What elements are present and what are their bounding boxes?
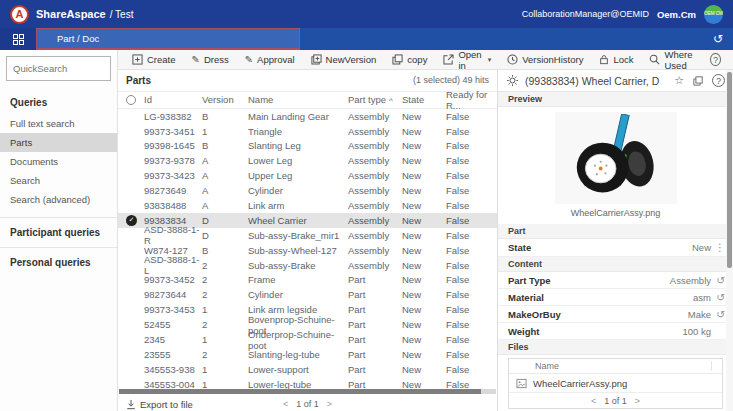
nav-bar: Part / Doc ↺: [0, 28, 733, 50]
help-circle-icon[interactable]: ?: [712, 74, 725, 87]
previous-page-icon[interactable]: <: [283, 399, 288, 409]
column-header-ready[interactable]: Ready for R...: [446, 89, 497, 111]
table-row[interactable]: ✓ 99373-9378 A Lower Leg Assembly New Fa…: [118, 153, 497, 168]
query-item-label: Full text search: [10, 118, 74, 129]
open-in-button[interactable]: Open in ▾: [435, 50, 499, 69]
avatar[interactable]: OEM CM: [704, 5, 723, 24]
copy-button[interactable]: copy: [384, 50, 435, 69]
table-row[interactable]: ✓ 98273649 A Cylinder Assembly New False: [118, 183, 497, 198]
history-icon[interactable]: ↺: [711, 274, 725, 286]
results-title: Parts: [126, 75, 151, 86]
files-pagination: <1 of 1>: [509, 392, 722, 408]
column-header-state[interactable]: State: [402, 94, 446, 105]
sidebar-query-item[interactable]: Documents: [0, 152, 117, 171]
help-icon[interactable]: ?: [710, 53, 721, 66]
tab-part-doc[interactable]: Part / Doc: [36, 28, 300, 50]
restore-history-button[interactable]: ↺: [703, 28, 733, 50]
version-history-button[interactable]: VersionHistory: [499, 50, 591, 69]
pencil-icon: ✎: [245, 54, 253, 65]
column-header-version[interactable]: Version: [202, 94, 248, 105]
favorite-star-icon[interactable]: ☆: [674, 74, 684, 87]
table-row[interactable]: ✓ 2345 1 Onderprop-Schuine-poot Part New…: [118, 332, 497, 347]
table-row[interactable]: ✓ LG-938382 B Main Landing Gear Assembly…: [118, 109, 497, 124]
files-name-header: Name: [509, 361, 559, 371]
attribute-label: Weight: [508, 326, 682, 337]
pencil-icon: ✎: [192, 54, 200, 65]
next-page-icon[interactable]: >: [635, 396, 640, 406]
sidebar: Queries Full text search Parts Documents…: [0, 50, 118, 411]
table-body: ✓ LG-938382 B Main Landing Gear Assembly…: [118, 109, 497, 390]
vertical-scrollbar[interactable]: [726, 70, 733, 411]
table-row[interactable]: ✓ 345553-004 1 Lower-leg-tube Part New F…: [118, 377, 497, 389]
table-row[interactable]: ✓ 99373-3452 2 Frame Part New False: [118, 273, 497, 288]
cell-id: 99373-3451: [144, 126, 202, 137]
file-row[interactable]: WheelCarrierAssy.png: [509, 374, 722, 392]
file-name: WheelCarrierAssy.png: [533, 378, 627, 389]
sidebar-query-item[interactable]: Parts: [0, 133, 117, 152]
cell-ready: False: [446, 289, 497, 300]
cell-part-type: Assembly: [348, 140, 402, 151]
dress-button[interactable]: ✎ Dress: [184, 50, 237, 69]
cell-name: Triangle: [248, 126, 348, 137]
table-row[interactable]: ✓ 93838488 A Link arm Assembly New False: [118, 198, 497, 213]
sidebar-query-item[interactable]: Search: [0, 171, 117, 190]
cell-ready: False: [446, 364, 497, 375]
checkmark-icon: ✓: [126, 215, 137, 226]
cell-name: Main Landing Gear: [248, 111, 348, 122]
sidebar-query-item[interactable]: Full text search: [0, 114, 117, 133]
cell-version: 2: [202, 260, 248, 271]
cell-name: Sub-assy-Brake_mir1: [248, 230, 348, 241]
column-header-id[interactable]: Id: [144, 94, 202, 105]
lock-button[interactable]: Lock: [591, 50, 641, 69]
column-header-part-type[interactable]: Part type^: [348, 94, 402, 105]
next-page-icon[interactable]: >: [327, 399, 332, 409]
create-button[interactable]: Create: [124, 50, 184, 69]
table-row[interactable]: ✓ ASD-3888-1-R D Sub-assy-Brake_mir1 Ass…: [118, 228, 497, 243]
scrollbar-thumb[interactable]: [727, 72, 732, 268]
cell-name: Link arm: [248, 200, 348, 211]
table-row[interactable]: ✓ 98273644 2 Cylinder Part New False: [118, 287, 497, 302]
preview-image[interactable]: [555, 112, 677, 204]
attribute-value: 100 kg: [682, 326, 711, 337]
table-row[interactable]: ✓ 345553-938 1 Lower-support Part New Fa…: [118, 362, 497, 377]
sidebar-item-personal-queries[interactable]: Personal queries: [0, 248, 117, 277]
attribute-row: Weight 100 kg ↺: [498, 323, 733, 340]
table-row[interactable]: ✓ 99398-1645 B Slanting Leg Assembly New…: [118, 139, 497, 154]
table-row[interactable]: ✓ 99373-3451 1 Triangle Assembly New Fal…: [118, 124, 497, 139]
top-bar: ?A ShareAspace / Test CollaborationManag…: [0, 0, 733, 28]
sidebar-query-item[interactable]: Search (advanced): [0, 190, 117, 209]
cell-id: 98273649: [144, 185, 202, 196]
row-select-checkbox[interactable]: ✓: [118, 215, 144, 226]
cell-state: New: [402, 349, 446, 360]
cell-part-type: Assembly: [348, 200, 402, 211]
search-input[interactable]: [6, 56, 111, 81]
attribute-label: Part Type: [508, 275, 670, 286]
part-section-header: Part: [498, 224, 733, 239]
gear-icon[interactable]: [506, 74, 519, 87]
column-header-name[interactable]: Name: [248, 94, 348, 105]
sidebar-item-participant-queries[interactable]: Participant queries: [0, 218, 117, 247]
table-row[interactable]: ✓ 23555 2 Slanting-leg-tube Part New Fal…: [118, 347, 497, 362]
export-to-file-button[interactable]: Export to file: [126, 399, 193, 410]
cell-state: New: [402, 185, 446, 196]
app-grid-button[interactable]: [0, 28, 36, 50]
history-icon[interactable]: ↺: [711, 308, 725, 320]
cell-ready: False: [446, 319, 497, 330]
cell-state: New: [402, 260, 446, 271]
overflow-menu-icon[interactable]: ⋮: [711, 242, 725, 253]
table-row[interactable]: ✓ 99373-3423 A Upper Leg Assembly New Fa…: [118, 168, 497, 183]
where-used-button[interactable]: Where Used: [641, 50, 710, 69]
select-all-checkbox[interactable]: [126, 95, 136, 105]
approval-button[interactable]: ✎ Approval: [237, 50, 303, 69]
scrollbar-thumb[interactable]: [119, 389, 481, 394]
duplicate-icon[interactable]: [693, 76, 703, 86]
shareaspace-logo-icon: ?A: [10, 5, 29, 24]
horizontal-scrollbar[interactable]: [119, 389, 496, 394]
history-icon[interactable]: ↺: [711, 291, 725, 303]
new-version-button[interactable]: NewVersion: [303, 50, 385, 69]
cell-state: New: [402, 155, 446, 166]
table-row[interactable]: ✓ ASD-3888-1-L 2 Sub-assy-Brake Assembly…: [118, 258, 497, 273]
user-name[interactable]: Oem.Cm: [657, 9, 696, 20]
cell-part-type: Part: [348, 304, 402, 315]
previous-page-icon[interactable]: <: [591, 396, 596, 406]
